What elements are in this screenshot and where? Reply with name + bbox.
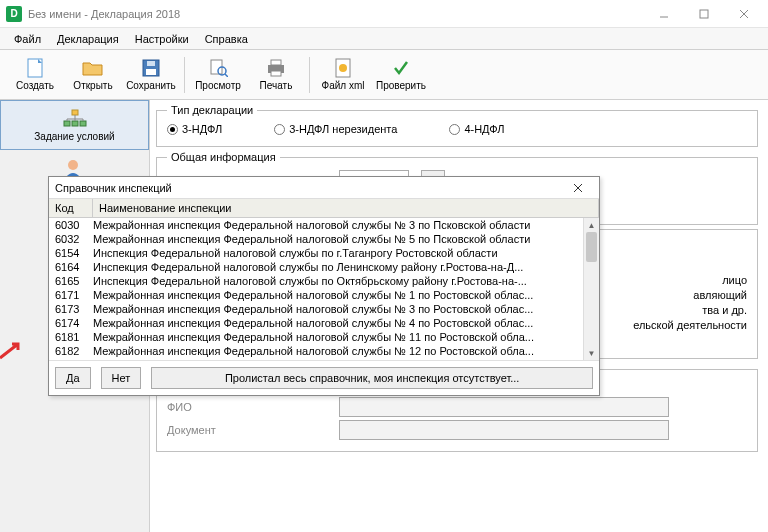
menu-settings[interactable]: Настройки — [127, 31, 197, 47]
menu-help[interactable]: Справка — [197, 31, 256, 47]
column-code[interactable]: Код — [49, 199, 93, 217]
flowchart-icon — [63, 109, 87, 129]
scrollbar[interactable]: ▲ ▼ — [583, 218, 599, 360]
dialog-close-button[interactable] — [573, 183, 593, 193]
list-item[interactable]: 6171Межрайонная инспекция Федеральной на… — [49, 288, 599, 302]
radio-dot-icon — [167, 124, 178, 135]
declaration-type-fieldset: Тип декларации 3-НДФЛ 3-НДФЛ нерезидента… — [156, 104, 758, 147]
preview-label: Просмотр — [195, 80, 241, 91]
toolbar-separator — [309, 57, 310, 93]
dialog-buttons: Да Нет Пролистал весь справочник, моя ин… — [49, 360, 599, 395]
radio-dot-icon — [274, 124, 285, 135]
list-item-code: 6181 — [49, 330, 93, 344]
list-item-code: 6154 — [49, 246, 93, 260]
declaration-type-legend: Тип декларации — [167, 104, 257, 116]
preview-icon — [207, 58, 229, 78]
open-folder-icon — [82, 58, 104, 78]
stub-text: лицо — [722, 274, 747, 286]
printer-icon — [265, 58, 287, 78]
save-disk-icon — [140, 58, 162, 78]
scroll-up-icon[interactable]: ▲ — [584, 218, 599, 232]
list-item-code: 6171 — [49, 288, 93, 302]
inspection-lookup-dialog: Справочник инспекций Код Наименование ин… — [48, 176, 600, 396]
list-item-code: 6182 — [49, 344, 93, 358]
check-icon — [390, 58, 412, 78]
svg-point-26 — [68, 160, 78, 170]
check-button[interactable]: Проверить — [372, 52, 430, 98]
svg-rect-14 — [271, 71, 281, 76]
radio-label: 4-НДФЛ — [464, 123, 504, 135]
list-item[interactable]: 6174Межрайонная инспекция Федеральной на… — [49, 316, 599, 330]
svg-line-11 — [225, 74, 228, 77]
sidebar-item-conditions[interactable]: Задание условий — [0, 100, 149, 150]
maximize-button[interactable] — [684, 2, 724, 26]
list-item[interactable]: 6165Инспекция Федеральной налоговой служ… — [49, 274, 599, 288]
preview-button[interactable]: Просмотр — [189, 52, 247, 98]
close-button[interactable] — [724, 2, 764, 26]
window-buttons — [644, 2, 764, 26]
save-label: Сохранить — [126, 80, 176, 91]
toolbar-separator — [184, 57, 185, 93]
list-item[interactable]: 6183Межрайонная инспекция Федеральной на… — [49, 358, 599, 360]
svg-rect-13 — [271, 60, 281, 65]
list-item-code: 6030 — [49, 218, 93, 232]
create-button[interactable]: Создать — [6, 52, 64, 98]
list-item[interactable]: 6181Межрайонная инспекция Федеральной на… — [49, 330, 599, 344]
document-input — [339, 420, 669, 440]
list-item-name: Межрайонная инспекция Федеральной налого… — [93, 288, 599, 302]
app-icon: D — [6, 6, 22, 22]
new-file-icon — [24, 58, 46, 78]
column-name[interactable]: Наименование инспекции — [93, 199, 599, 217]
list-item[interactable]: 6164Инспекция Федеральной налоговой служ… — [49, 260, 599, 274]
menu-declaration[interactable]: Декларация — [49, 31, 127, 47]
dialog-column-headers: Код Наименование инспекции — [49, 199, 599, 218]
minimize-button[interactable] — [644, 2, 684, 26]
list-item[interactable]: 6032Межрайонная инспекция Федеральной на… — [49, 232, 599, 246]
titlebar: D Без имени - Декларация 2018 — [0, 0, 768, 28]
radio-3ndfl[interactable]: 3-НДФЛ — [167, 123, 222, 135]
xml-file-icon — [332, 58, 354, 78]
list-item-name: Межрайонная инспекция Федеральной налого… — [93, 316, 599, 330]
dialog-title: Справочник инспекций — [55, 182, 573, 194]
sidebar-item-label: Задание условий — [34, 131, 114, 142]
not-found-button[interactable]: Пролистал весь справочник, моя инспекция… — [151, 367, 593, 389]
radio-3ndfl-nonresident[interactable]: 3-НДФЛ нерезидента — [274, 123, 397, 135]
radio-4ndfl[interactable]: 4-НДФЛ — [449, 123, 504, 135]
list-item[interactable]: 6030Межрайонная инспекция Федеральной на… — [49, 218, 599, 232]
yes-button[interactable]: Да — [55, 367, 91, 389]
create-label: Создать — [16, 80, 54, 91]
dialog-titlebar: Справочник инспекций — [49, 177, 599, 199]
list-item-name: Межрайонная инспекция Федеральной налого… — [93, 218, 599, 232]
print-label: Печать — [260, 80, 293, 91]
list-item-code: 6174 — [49, 316, 93, 330]
list-item-name: Инспекция Федеральной налоговой службы п… — [93, 274, 599, 288]
scroll-down-icon[interactable]: ▼ — [584, 346, 599, 360]
menubar: Файл Декларация Настройки Справка — [0, 28, 768, 50]
radio-dot-icon — [449, 124, 460, 135]
menu-file[interactable]: Файл — [6, 31, 49, 47]
list-item[interactable]: 6154Инспекция Федеральной налоговой служ… — [49, 246, 599, 260]
list-item-code: 6173 — [49, 302, 93, 316]
print-button[interactable]: Печать — [247, 52, 305, 98]
list-item-name: Межрайонная инспекция Федеральной налого… — [93, 330, 599, 344]
toolbar: Создать Открыть Сохранить Просмотр Печат… — [0, 50, 768, 100]
save-button[interactable]: Сохранить — [122, 52, 180, 98]
document-label: Документ — [167, 424, 327, 436]
svg-rect-18 — [64, 121, 70, 126]
xml-button[interactable]: Файл xml — [314, 52, 372, 98]
scroll-thumb[interactable] — [586, 232, 597, 262]
list-item-code: 6165 — [49, 274, 93, 288]
general-info-legend: Общая информация — [167, 151, 280, 163]
dialog-list[interactable]: 6030Межрайонная инспекция Федеральной на… — [49, 218, 599, 360]
list-item[interactable]: 6173Межрайонная инспекция Федеральной на… — [49, 302, 599, 316]
fio-label: ФИО — [167, 401, 327, 413]
list-item[interactable]: 6182Межрайонная инспекция Федеральной на… — [49, 344, 599, 358]
svg-rect-20 — [80, 121, 86, 126]
open-button[interactable]: Открыть — [64, 52, 122, 98]
svg-rect-7 — [146, 69, 156, 75]
list-item-name: Инспекция Федеральной налоговой службы п… — [93, 246, 599, 260]
no-button[interactable]: Нет — [101, 367, 142, 389]
list-item-name: Межрайонная инспекция Федеральной налого… — [93, 302, 599, 316]
svg-rect-17 — [72, 110, 78, 115]
list-item-code: 6164 — [49, 260, 93, 274]
